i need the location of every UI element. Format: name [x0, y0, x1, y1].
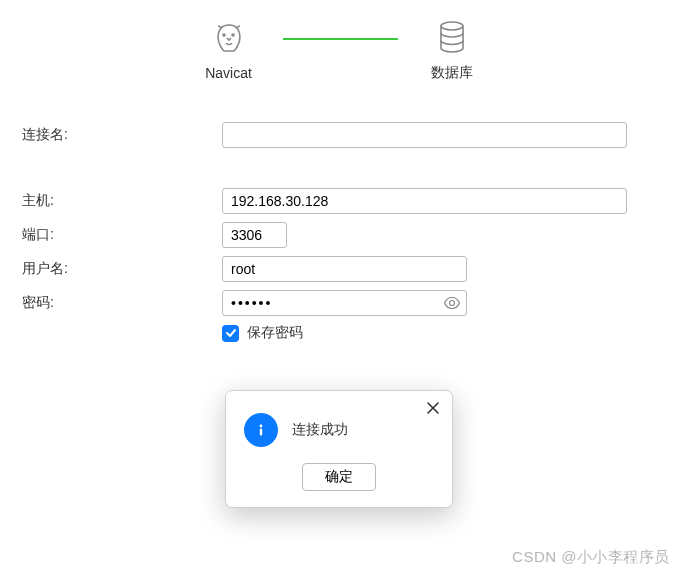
- dialog-message: 连接成功: [292, 421, 348, 439]
- close-icon[interactable]: [424, 399, 442, 417]
- port-label: 端口:: [22, 226, 222, 244]
- svg-rect-5: [260, 429, 262, 436]
- password-input[interactable]: [222, 290, 467, 316]
- svg-point-4: [260, 425, 263, 428]
- port-input[interactable]: [222, 222, 287, 248]
- connection-diagram: Navicat 数据库: [0, 0, 680, 92]
- navicat-node: Navicat: [179, 19, 279, 81]
- save-password-label: 保存密码: [247, 324, 303, 342]
- connection-name-label: 连接名:: [22, 126, 222, 144]
- username-input[interactable]: [222, 256, 467, 282]
- password-label: 密码:: [22, 294, 222, 312]
- database-node: 数据库: [402, 18, 502, 82]
- ok-button[interactable]: 确定: [302, 463, 376, 491]
- success-dialog: 连接成功 确定: [225, 390, 453, 508]
- navicat-icon: [212, 19, 246, 57]
- svg-point-3: [450, 301, 455, 306]
- username-label: 用户名:: [22, 260, 222, 278]
- database-label: 数据库: [431, 64, 473, 82]
- save-password-row[interactable]: 保存密码: [222, 324, 650, 342]
- connection-form: 连接名: 主机: 端口: 用户名: 密码:: [0, 92, 680, 342]
- svg-point-1: [232, 34, 234, 36]
- save-password-checkbox[interactable]: [222, 325, 239, 342]
- connection-line: [283, 38, 398, 40]
- svg-point-0: [223, 34, 225, 36]
- svg-point-2: [441, 22, 463, 30]
- connection-name-input[interactable]: [222, 122, 627, 148]
- eye-icon[interactable]: [443, 294, 461, 312]
- navicat-label: Navicat: [205, 65, 252, 81]
- info-icon: [244, 413, 278, 447]
- host-input[interactable]: [222, 188, 627, 214]
- database-icon: [437, 18, 467, 56]
- host-label: 主机:: [22, 192, 222, 210]
- watermark: CSDN @小小李程序员: [512, 548, 670, 567]
